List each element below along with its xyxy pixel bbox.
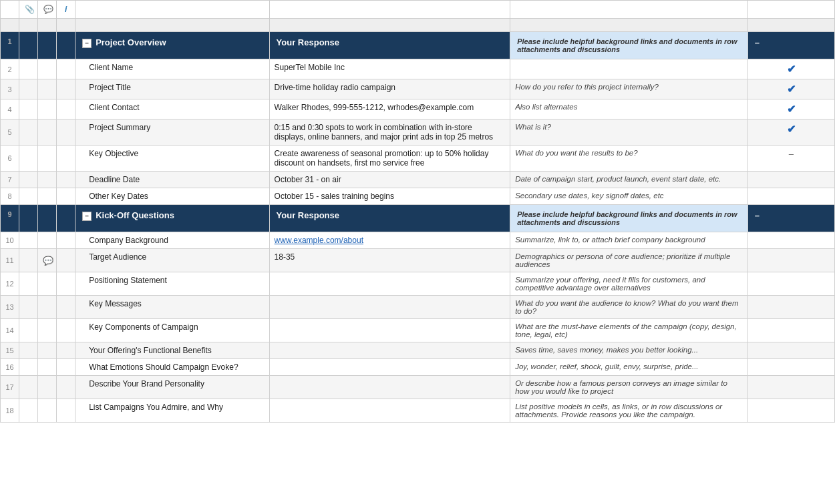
- response-cell[interactable]: [269, 272, 510, 296]
- agency-cell: [747, 319, 834, 342]
- comment-cell[interactable]: [38, 359, 57, 376]
- agency-cell: [747, 188, 834, 205]
- instructions-cell: Also list alternates: [510, 99, 748, 119]
- agency-cell: ✔: [747, 99, 834, 119]
- instructions-cell: Or describe how a famous person conveys …: [510, 376, 748, 399]
- info-cell[interactable]: [57, 172, 75, 188]
- comment-cell[interactable]: 💬: [38, 249, 57, 272]
- attach-cell[interactable]: [19, 232, 38, 249]
- agency-cell: ✔: [747, 119, 834, 146]
- comment-cell[interactable]: [38, 99, 57, 119]
- attach-cell[interactable]: [19, 272, 38, 296]
- info-cell[interactable]: [57, 249, 75, 272]
- response-cell[interactable]: [269, 376, 510, 399]
- header-row: 📎 💬 i: [1, 1, 835, 19]
- info-cell[interactable]: [57, 319, 75, 342]
- checkmark-icon: ✔: [787, 83, 796, 95]
- attach-cell[interactable]: [19, 79, 38, 99]
- attach-cell[interactable]: [19, 172, 38, 188]
- h2-response: [269, 19, 510, 32]
- action-item-cell: Key Messages: [75, 296, 269, 319]
- checkmark-icon: ✔: [787, 103, 796, 115]
- response-cell[interactable]: Drive-time holiday radio campaign: [269, 79, 510, 99]
- instructions-cell: List positive models in cells, as links,…: [510, 399, 748, 423]
- attach-cell[interactable]: [19, 359, 38, 376]
- info-cell[interactable]: [57, 232, 75, 249]
- action-item-header: [75, 1, 269, 19]
- instructions-cell: Saves time, saves money, makes you bette…: [510, 342, 748, 359]
- attach-cell[interactable]: [19, 342, 38, 359]
- comment-cell[interactable]: [38, 296, 57, 319]
- table-row: 15Your Offering's Functional BenefitsSav…: [1, 342, 835, 359]
- comment-cell[interactable]: [38, 232, 57, 249]
- comment-cell[interactable]: [38, 319, 57, 342]
- section-label-cell[interactable]: –Kick-Off Questions: [75, 205, 269, 232]
- info-cell[interactable]: [57, 79, 75, 99]
- comment-cell[interactable]: [38, 79, 57, 99]
- info-cell[interactable]: [57, 99, 75, 119]
- attach-cell[interactable]: [19, 319, 38, 342]
- response-cell[interactable]: Create awareness of seasonal promotion: …: [269, 146, 510, 172]
- attach-cell[interactable]: [19, 376, 38, 399]
- h2-attach: [19, 19, 38, 32]
- section-label-cell[interactable]: –Project Overview: [75, 32, 269, 59]
- comment-cell[interactable]: [38, 146, 57, 172]
- info-cell[interactable]: [57, 359, 75, 376]
- info-cell[interactable]: [57, 272, 75, 296]
- response-cell[interactable]: Walker Rhodes, 999-555-1212, wrhodes@exa…: [269, 99, 510, 119]
- attach-cell[interactable]: [19, 146, 38, 172]
- agency-cell: –: [747, 146, 834, 172]
- info-cell[interactable]: [57, 342, 75, 359]
- instructions-cell: Demographics or persona of core audience…: [510, 249, 748, 272]
- table-row: 18List Campaigns You Admire, and WhyList…: [1, 399, 835, 423]
- comment-cell[interactable]: [38, 188, 57, 205]
- response-cell[interactable]: October 31 - on air: [269, 172, 510, 188]
- attach-cell[interactable]: [19, 399, 38, 423]
- section-icon-2: [57, 32, 75, 59]
- attach-cell[interactable]: [19, 99, 38, 119]
- response-cell[interactable]: 0:15 and 0:30 spots to work in combinati…: [269, 119, 510, 146]
- row-number: 12: [1, 272, 19, 296]
- row-number: 14: [1, 319, 19, 342]
- attach-cell[interactable]: [19, 188, 38, 205]
- table-row: 14Key Components of CampaignWhat are the…: [1, 319, 835, 342]
- comment-cell[interactable]: [38, 119, 57, 146]
- response-cell[interactable]: www.example.com/about: [269, 232, 510, 249]
- section-response-header: Your Response: [269, 32, 510, 59]
- action-item-cell: Other Key Dates: [75, 188, 269, 205]
- h2-instructions: [510, 19, 748, 32]
- attach-cell[interactable]: [19, 296, 38, 319]
- instructions-cell: What do you want the results to be?: [510, 146, 748, 172]
- comment-cell[interactable]: [38, 59, 57, 79]
- collapse-icon[interactable]: –: [82, 212, 92, 221]
- info-cell[interactable]: [57, 59, 75, 79]
- response-cell[interactable]: [269, 399, 510, 423]
- table-row: 2Client NameSuperTel Mobile Inc✔: [1, 59, 835, 79]
- comment-cell[interactable]: [38, 399, 57, 423]
- response-cell[interactable]: [269, 296, 510, 319]
- info-cell[interactable]: [57, 376, 75, 399]
- attach-cell[interactable]: [19, 249, 38, 272]
- response-cell[interactable]: SuperTel Mobile Inc: [269, 59, 510, 79]
- info-header: i: [57, 1, 75, 19]
- collapse-icon[interactable]: –: [82, 39, 92, 48]
- info-cell[interactable]: [57, 296, 75, 319]
- response-cell[interactable]: [269, 342, 510, 359]
- info-cell[interactable]: [57, 399, 75, 423]
- comment-cell[interactable]: [38, 376, 57, 399]
- info-cell[interactable]: [57, 119, 75, 146]
- comment-cell[interactable]: [38, 342, 57, 359]
- response-link[interactable]: www.example.com/about: [275, 236, 363, 245]
- info-cell[interactable]: [57, 188, 75, 205]
- attach-cell[interactable]: [19, 119, 38, 146]
- instructions-cell: Summarize your offering, need it fills f…: [510, 272, 748, 296]
- response-cell[interactable]: 18-35: [269, 249, 510, 272]
- comment-cell[interactable]: [38, 272, 57, 296]
- attach-cell[interactable]: [19, 59, 38, 79]
- info-cell[interactable]: [57, 146, 75, 172]
- response-cell[interactable]: [269, 319, 510, 342]
- comment-cell[interactable]: [38, 172, 57, 188]
- table-row: 3Project TitleDrive-time holiday radio c…: [1, 79, 835, 99]
- response-cell[interactable]: [269, 359, 510, 376]
- response-cell[interactable]: October 15 - sales training begins: [269, 188, 510, 205]
